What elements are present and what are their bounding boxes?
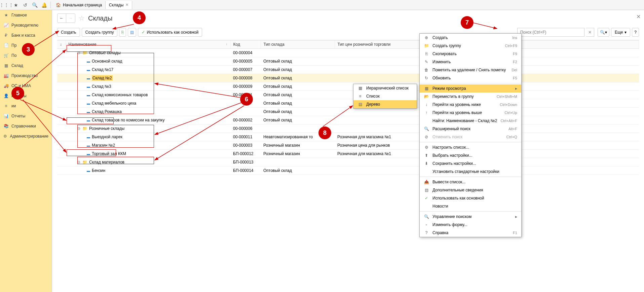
table-row[interactable]: ▬ Выездной ларек00-000011Неавтоматизиров… [57,133,639,141]
item-icon: ▬ [87,152,90,156]
context-item[interactable]: ▤Дополнительные сведения [420,186,521,194]
item-icon: ▬ [87,102,90,105]
sidebar-item[interactable]: 📊Отчеты [0,111,52,121]
context-item[interactable]: 📁Создать группуCtrl+F9 [420,42,521,50]
menu-icon: ⚙ [424,145,429,150]
table-row[interactable]: ▬ Магазин №200-000003Розничный магазинРо… [57,141,639,150]
table-row[interactable]: ⊖ 📁 Розничные склады00-000006 [57,124,639,133]
menu-icon: 🗑 [424,68,429,72]
sidebar-item[interactable]: ₽Банк и касса [0,30,52,40]
list-mode-button[interactable]: ▤ [128,28,136,37]
table-row[interactable]: ▬ БензинБП-000014Оптовый склад [57,167,639,175]
folder-icon: 📁 [82,50,87,55]
col-code[interactable]: Код [230,40,261,49]
forward-button[interactable]: → [66,14,75,23]
sidebar-item[interactable]: 👤и кадры [0,91,52,101]
context-item[interactable]: 🔍Расширенный поискAlt+F [420,125,521,133]
create-group-button[interactable]: Создать группу [82,28,118,37]
sidebar-item[interactable]: 📈Руководителю [0,20,52,30]
submenu-item[interactable]: ▦Иерархический список [353,84,417,92]
context-item[interactable]: ↻ОбновитьF5 [420,74,521,82]
menu-icon: ✓ [424,196,429,200]
context-item[interactable]: ⚙Настроить список... [420,143,521,151]
menu-icon: 📁 [424,43,429,48]
search-options-button[interactable]: 🔍▾ [598,28,609,37]
close-main-icon[interactable]: ✕ [636,13,641,20]
submenu-item[interactable]: ▤Дерево [353,100,417,108]
table-row[interactable]: ▬ Склад комиссионных товаров00-000001Опт… [57,91,639,99]
col-type[interactable]: Тип склада [261,40,335,49]
context-item[interactable]: Установить стандартные настройки [420,168,521,176]
folder-icon: 📁 [82,126,87,131]
history-icon[interactable]: ↺ [21,1,29,9]
table-row[interactable]: ▬ Склад РомашкаОптовый склад [57,108,639,116]
more-button[interactable]: Еще ▾ [611,28,630,37]
table-row[interactable]: ⊖ 📁 Склад материаловБП-000013 [57,158,639,167]
context-item[interactable]: ?СправкаF1 [420,229,521,237]
menu-icon: ✎ [424,60,429,64]
table-row[interactable]: ⊖ 📁 Оптовые склады00-000004 [57,49,639,57]
context-item[interactable]: Найти: Наименование - Склад №2Ctrl+Alt+F [420,117,521,125]
main-content: ✕ ← → ☆ Склады Создать Создать группу ⎘ … [52,10,644,292]
context-item[interactable]: 📤Вывести список... [420,178,521,186]
context-item[interactable]: ⬆Выбрать настройки... [420,151,521,159]
favorite-icon[interactable]: ☆ [79,14,85,22]
callout-7: 7 [461,16,473,29]
context-item[interactable]: ✓Использовать как основной [420,194,521,202]
use-as-main-button[interactable]: ✓Использовать как основной [138,28,202,37]
sidebar-item[interactable]: ⚙Администрирование [0,131,52,141]
context-item[interactable]: ⬇Сохранить настройки... [420,159,521,168]
context-item[interactable]: ⎘СкопироватьF9 [420,50,521,58]
callout-5: 5 [11,87,24,100]
menu-icon: ? [424,230,429,235]
help-button[interactable]: ? [632,28,639,37]
col-name[interactable]: Наименование↓ [66,40,230,49]
sidebar-item[interactable]: 🚚ОС и НМА [0,81,52,91]
table-row[interactable]: ▬ Склад №1700-000007Оптовый склад [57,66,639,74]
sidebar-item[interactable]: 📚Справочники [0,121,52,131]
context-item[interactable]: ▦Режим просмотра▸ [420,84,521,93]
home-icon: 🏠 [56,3,61,7]
context-item[interactable]: ✎ИзменитьF2 [420,58,521,66]
table-row[interactable]: ▬ Основной склад00-000005Оптовый склад [57,57,639,66]
table-row[interactable]: ▬ Склад №300-000009Оптовый склад [57,82,639,91]
col-indicator[interactable]: ↓ [57,40,66,49]
table-row[interactable]: ▬ Склад товаров по комиссии на закупку00… [57,116,639,124]
bell-icon[interactable]: 🔔 [40,1,48,9]
table-row[interactable]: ▬ Склад мебельного цехаОптовый склад [57,99,639,108]
close-icon[interactable]: ✕ [125,3,128,7]
submenu-item[interactable]: ≡Список [353,92,417,100]
sidebar-item[interactable]: ▦Склад [0,61,52,71]
apps-icon[interactable]: ⋮⋮⋮ [2,1,10,9]
sidebar-icon: ⚙ [3,134,7,139]
back-button[interactable]: ← [58,14,66,23]
table-row[interactable]: ▬ Склад №200-000008Оптовый склад [57,74,639,82]
table-row[interactable]: ▬ Торговый зал ККМБП-000012Розничный маг… [57,150,639,158]
top-toolbar: ⋮⋮⋮ ★ ↺ 🔍 🔔 🏠 Начальная страница Склады … [0,0,644,10]
search-input[interactable] [517,28,584,37]
star-icon[interactable]: ★ [12,1,20,9]
sidebar-item[interactable]: ★Главное [0,10,52,20]
search-icon[interactable]: 🔍 [31,1,39,9]
tab-warehouses[interactable]: Склады ✕ [106,1,132,9]
context-item[interactable]: 🔍Управление поиском▸ [420,213,521,221]
context-item[interactable]: ↑Перейти на уровень вышеCtrl+Up [420,109,521,117]
context-item[interactable]: Новости [420,202,521,210]
context-item[interactable]: ⊘Отменить поискCtrl+Q [420,133,521,141]
context-item[interactable]: ↓Перейти на уровень нижеCtrl+Down [420,101,521,109]
context-item[interactable]: 📂Переместить в группуCtrl+Shift+M [420,93,521,101]
context-item[interactable]: ▫Изменить форму... [420,221,521,229]
sidebar-item[interactable]: 🏭Производство [0,71,52,81]
context-item[interactable]: 🗑Пометить на удаление / Снять пометкуDel [420,66,521,74]
menu-icon: ⎘ [424,51,429,56]
context-item[interactable]: ⊕СоздатьIns [420,34,521,42]
item-icon: ▬ [87,85,90,88]
create-button[interactable]: Создать [57,28,80,37]
page-title: Склады [88,14,112,22]
search-clear-button[interactable]: ✕ [586,28,594,37]
sidebar-item[interactable]: ≡ии [0,101,52,111]
menu-icon: ▦ [424,86,429,91]
tab-home[interactable]: 🏠 Начальная страница [52,1,106,9]
copy-button[interactable]: ⎘ [119,28,126,37]
menu-icon: ⬆ [424,153,429,158]
